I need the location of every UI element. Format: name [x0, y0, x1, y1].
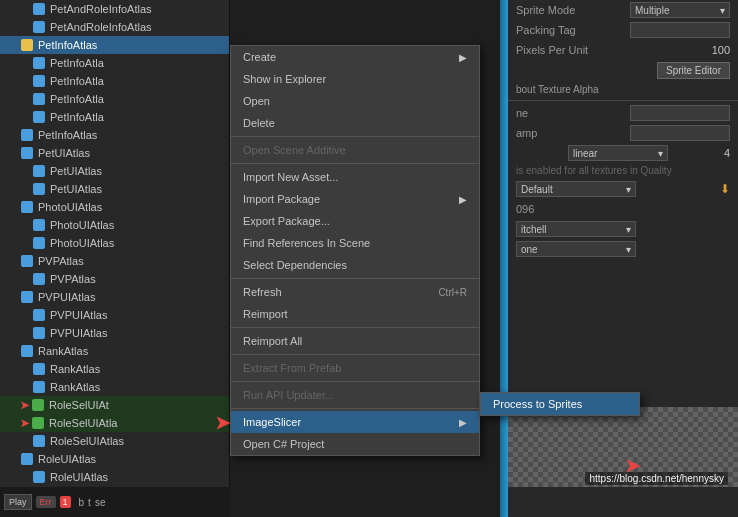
error-badge: Err	[36, 496, 56, 508]
menu-item-select-dep[interactable]: Select Dependencies	[231, 254, 479, 276]
cube-icon	[20, 146, 34, 160]
menu-separator	[231, 136, 479, 137]
tree-item[interactable]: RankAtlas	[0, 360, 229, 378]
sprite-mode-dropdown[interactable]: Multiple ▾	[630, 2, 730, 18]
submenu-arrow-icon: ▶	[459, 417, 467, 428]
side-accent-bar	[500, 0, 508, 517]
cube-icon	[32, 470, 46, 484]
menu-separator	[231, 354, 479, 355]
context-menu: Create ▶ Show in Explorer Open Delete Op…	[230, 45, 480, 456]
tree-item[interactable]: PetInfoAtla	[0, 54, 229, 72]
cube-icon	[20, 254, 34, 268]
tree-item-role-sel2[interactable]: ➤ RoleSelUIAtla	[0, 414, 229, 432]
menu-item-create[interactable]: Create ▶	[231, 46, 479, 68]
error-count-badge: 1	[60, 496, 71, 508]
menu-item-export-package[interactable]: Export Package...	[231, 210, 479, 232]
red-arrow-icon: ➤	[20, 399, 29, 412]
menu-item-find-references[interactable]: Find References In Scene	[231, 232, 479, 254]
inspector-row-sprite-mode: Sprite Mode Multiple ▾	[508, 0, 738, 20]
cube-icon	[32, 20, 46, 34]
tree-item[interactable]: PVPUIAtlas	[0, 288, 229, 306]
menu-item-reimport[interactable]: Reimport	[231, 303, 479, 325]
inspector-row-pixels-per-unit: Pixels Per Unit 100	[508, 40, 738, 60]
tree-item[interactable]: PetUIAtlas	[0, 180, 229, 198]
tree-item[interactable]: PetAndRoleInfoAtlas	[0, 0, 229, 18]
menu-item-refresh[interactable]: Refresh Ctrl+R	[231, 281, 479, 303]
submenu-item-process-to-sprites[interactable]: Process to Sprites	[481, 393, 639, 415]
menu-item-import-package[interactable]: Import Package ▶	[231, 188, 479, 210]
inspector-row-ne: ne	[508, 103, 738, 123]
cube-icon	[20, 290, 34, 304]
menu-item-open-csharp[interactable]: Open C# Project	[231, 433, 479, 455]
tree-item-selected[interactable]: PetInfoAtlas	[0, 36, 229, 54]
tree-item-role-sel[interactable]: ➤ RoleSelUIAt	[0, 396, 229, 414]
quality-note: is enabled for all textures in Quality	[508, 163, 738, 179]
bottom-labels3: se	[95, 497, 106, 508]
inspector-row-one: one ▾	[508, 239, 738, 259]
tree-item[interactable]: PhotoUIAtlas	[0, 198, 229, 216]
cube-icon	[32, 2, 46, 16]
menu-item-run-api: Run API Updater...	[231, 384, 479, 406]
tree-item[interactable]: RoleSelUIAtlas	[0, 432, 229, 450]
tree-item[interactable]: PVPUIAtlas	[0, 306, 229, 324]
cube-icon	[32, 362, 46, 376]
tree-item[interactable]: PetInfoAtla	[0, 72, 229, 90]
tree-item[interactable]: PetUIAtlas	[0, 144, 229, 162]
ne-dropdown[interactable]	[630, 105, 730, 121]
cube-icon	[31, 416, 45, 430]
cube-icon	[32, 380, 46, 394]
download-icon: ⬇	[720, 182, 730, 196]
cube-icon	[20, 344, 34, 358]
default-dropdown[interactable]: Default ▾	[516, 181, 636, 197]
right-red-arrow-indicator: ➤	[625, 455, 640, 477]
dropdown-arrow-icon: ▾	[658, 148, 663, 159]
divider	[508, 100, 738, 101]
inspector-row-096: 096	[508, 199, 738, 219]
project-tree: PetAndRoleInfoAtlas PetAndRoleInfoAtlas …	[0, 0, 230, 517]
linear-dropdown[interactable]: linear ▾	[568, 145, 668, 161]
menu-item-extract-prefab: Extract From Prefab	[231, 357, 479, 379]
inspector-row-amp: amp	[508, 123, 738, 143]
tree-item[interactable]: RankAtlas	[0, 342, 229, 360]
inspector-row-default: Default ▾ ⬇	[508, 179, 738, 199]
menu-separator	[231, 278, 479, 279]
tree-item[interactable]: PetInfoAtla	[0, 108, 229, 126]
dropdown-arrow-icon: ▾	[626, 224, 631, 235]
mitchell-dropdown[interactable]: itchell ▾	[516, 221, 636, 237]
inspector-label-096: 096	[516, 203, 534, 215]
sprite-editor-row: Sprite Editor	[508, 60, 738, 80]
sprite-editor-button[interactable]: Sprite Editor	[657, 62, 730, 79]
cube-icon	[20, 200, 34, 214]
tree-item[interactable]: RoleUIAtlas	[0, 468, 229, 486]
menu-item-import-new[interactable]: Import New Asset...	[231, 166, 479, 188]
cube-icon	[32, 74, 46, 88]
cube-icon	[20, 128, 34, 142]
submenu-arrow-icon: ▶	[459, 194, 467, 205]
menu-item-delete[interactable]: Delete	[231, 112, 479, 134]
amp-dropdown[interactable]	[630, 125, 730, 141]
tree-item[interactable]: RankAtlas	[0, 378, 229, 396]
pixels-per-unit-value: 100	[712, 44, 730, 56]
tree-item[interactable]: PetInfoAtla	[0, 90, 229, 108]
tree-item[interactable]: PetUIAtlas	[0, 162, 229, 180]
tree-item[interactable]: PVPUIAtlas	[0, 324, 229, 342]
cube-icon	[20, 452, 34, 466]
menu-item-show-explorer[interactable]: Show in Explorer	[231, 68, 479, 90]
bottom-labels2: t	[88, 497, 91, 508]
tree-item[interactable]: PhotoUIAtlas	[0, 216, 229, 234]
menu-item-open[interactable]: Open	[231, 90, 479, 112]
cube-icon	[32, 326, 46, 340]
tree-item[interactable]: RoleUIAtlas	[0, 450, 229, 468]
tree-item[interactable]: PetInfoAtlas	[0, 126, 229, 144]
cube-icon	[32, 110, 46, 124]
tree-item[interactable]: PetAndRoleInfoAtlas	[0, 18, 229, 36]
menu-item-image-slicer[interactable]: ImageSlicer ▶	[231, 411, 479, 433]
tree-item[interactable]: PVPAtlas	[0, 252, 229, 270]
play-button[interactable]: Play	[4, 494, 32, 510]
tree-item[interactable]: PhotoUIAtlas	[0, 234, 229, 252]
tree-item[interactable]: PVPAtlas	[0, 270, 229, 288]
one-dropdown[interactable]: one ▾	[516, 241, 636, 257]
menu-item-reimport-all[interactable]: Reimport All	[231, 330, 479, 352]
packing-tag-dropdown[interactable]	[630, 22, 730, 38]
inspector-note1: bout Texture Alpha	[508, 80, 738, 98]
